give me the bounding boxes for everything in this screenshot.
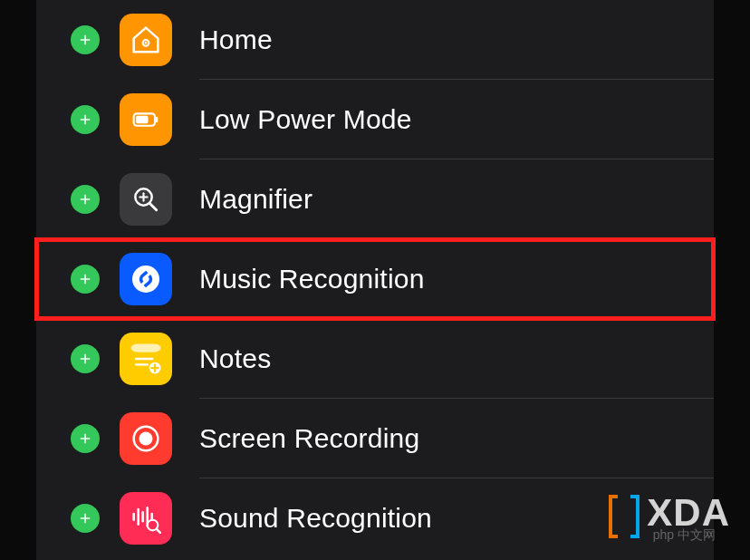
control-row-home[interactable]: Home [36, 0, 714, 80]
plus-icon [77, 430, 93, 447]
label-wrap: Magnifier [199, 159, 714, 239]
label-wrap: Notes [199, 319, 714, 399]
control-row-notes[interactable]: Notes [36, 319, 714, 399]
label-wrap: Home [199, 0, 714, 80]
controls-list: HomeLow Power ModeMagnifierMusic Recogni… [36, 0, 714, 558]
label-wrap: Screen Recording [199, 399, 714, 478]
plus-icon [77, 191, 93, 208]
control-label: Screen Recording [199, 423, 419, 454]
notes-icon [120, 333, 172, 385]
battery-icon [120, 93, 172, 146]
label-wrap: Music Recognition [199, 239, 714, 319]
control-row-screen[interactable]: Screen Recording [36, 399, 714, 478]
control-label: Notes [199, 343, 271, 374]
control-label: Music Recognition [199, 264, 425, 294]
plus-icon [77, 510, 93, 526]
shazam-icon [120, 253, 172, 305]
soundwave-icon [120, 492, 172, 545]
add-button[interactable] [71, 504, 100, 533]
control-row-magnifier[interactable]: Magnifier [36, 159, 714, 239]
add-button[interactable] [71, 424, 100, 453]
control-row-lowpower[interactable]: Low Power Mode [36, 80, 714, 159]
control-label: Low Power Mode [199, 104, 412, 135]
plus-icon [77, 111, 93, 128]
add-button[interactable] [71, 25, 100, 54]
control-label: Home [199, 24, 273, 55]
control-label: Sound Recognition [199, 503, 432, 534]
magnifier-icon [120, 173, 172, 226]
home-icon [120, 14, 172, 66]
plus-icon [77, 351, 93, 367]
plus-icon [77, 271, 93, 287]
add-button[interactable] [71, 185, 100, 214]
add-button[interactable] [71, 344, 100, 373]
control-row-music[interactable]: Music Recognition [36, 239, 714, 319]
add-button[interactable] [71, 265, 100, 294]
php-badge: php 中文网 [653, 527, 716, 544]
plus-icon [77, 32, 93, 48]
add-button[interactable] [71, 105, 100, 134]
record-icon [120, 412, 172, 465]
settings-panel: HomeLow Power ModeMagnifierMusic Recogni… [36, 0, 714, 560]
label-wrap: Low Power Mode [199, 80, 714, 159]
control-label: Magnifier [199, 184, 312, 215]
